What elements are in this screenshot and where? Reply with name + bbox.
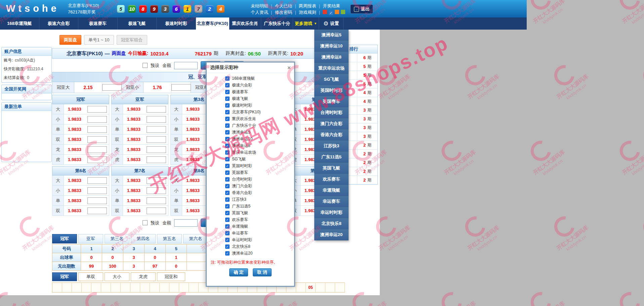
stats-tab[interactable]: 第六名 (183, 234, 208, 243)
dropdown-game-item[interactable]: 澳洲幸运8 (314, 52, 349, 63)
dropdown-game-item[interactable]: 香港六合彩 (314, 129, 349, 141)
dropdown-game-item[interactable]: 幸运赛车 (314, 196, 349, 207)
bet-amount-input[interactable] (147, 136, 166, 143)
lottery-option[interactable]: ✓澳洲幸运20 (207, 250, 294, 257)
amount-input[interactable] (174, 62, 198, 69)
checked-checkbox-icon[interactable]: ✓ (225, 197, 230, 202)
link-biweekly-report[interactable]: 两周报表 (299, 3, 316, 9)
dropdown-game-item[interactable]: 英国赛车 (314, 96, 349, 107)
dropdown-game-item[interactable]: 广东11选5 (314, 152, 349, 163)
bet-amount-input[interactable] (87, 197, 107, 204)
logout-button[interactable]: → 退出 (350, 4, 373, 14)
lottery-option[interactable]: ✓幸运时时彩 (207, 236, 294, 243)
lottery-option[interactable]: ✓广东快乐十分 (207, 122, 294, 129)
checked-checkbox-icon[interactable]: ✓ (225, 177, 230, 182)
stats-tab[interactable]: 亚军 (78, 234, 103, 243)
lottery-option[interactable]: ✓欢乐赛车 (207, 216, 294, 223)
dropdown-game-item[interactable]: 北京快乐8 (314, 218, 349, 229)
stats-tab[interactable]: 第四名 (131, 234, 156, 243)
lottery-option[interactable]: ✓重庆欢乐生肖 (207, 115, 294, 122)
checked-checkbox-icon[interactable]: ✓ (225, 211, 230, 215)
nav-tab-chongqing-shengxiao[interactable]: 重庆欢乐生肖 (229, 17, 261, 30)
stats-tab[interactable]: 第五名 (157, 234, 182, 243)
bet-amount-input[interactable] (147, 116, 166, 123)
lottery-option[interactable]: ✓江苏快3 (207, 196, 294, 203)
roadmap-tab[interactable]: 龙虎 (131, 272, 156, 281)
nav-tab-guangdong-kuaile[interactable]: 广东快乐十分 (261, 17, 293, 30)
bet-amount-input[interactable] (87, 146, 107, 153)
amount-input[interactable] (174, 219, 198, 227)
modal-confirm-button[interactable]: 确 定 (229, 268, 248, 276)
bet-amount-input[interactable] (147, 146, 166, 153)
roadmap-tab[interactable]: 冠军 (52, 272, 77, 281)
bet-amount-input[interactable] (102, 84, 122, 91)
tab-champion-combo[interactable]: 冠亚军组合 (117, 35, 147, 45)
preset-checkbox[interactable] (143, 63, 148, 68)
bet-amount-input[interactable] (147, 126, 166, 133)
dropdown-game-item[interactable]: 欢乐赛车 (314, 174, 349, 185)
lottery-option[interactable]: ✓英国赛车 (207, 169, 294, 176)
lottery-option[interactable]: ✓英国飞艇 (207, 209, 294, 216)
roadmap-tab[interactable]: 冠亚和 (157, 272, 185, 281)
checked-checkbox-icon[interactable]: ✓ (225, 117, 230, 121)
lottery-option[interactable]: ✓168幸運飛艇 (207, 75, 294, 82)
dropdown-game-item[interactable]: 幸运时时彩 (314, 207, 349, 218)
preset-checkbox[interactable] (143, 220, 148, 225)
dropdown-game-item[interactable]: SG飞艇 (314, 74, 349, 85)
checked-checkbox-icon[interactable]: ✓ (225, 144, 230, 148)
checked-checkbox-icon[interactable]: ✓ (225, 170, 230, 175)
dropdown-game-item[interactable]: 英国飞艇 (314, 163, 349, 174)
link-draw-results[interactable]: 开奖结果 (323, 3, 340, 9)
lottery-option[interactable]: ✓极速飞艇 (207, 95, 294, 102)
checked-checkbox-icon[interactable]: ✓ (225, 164, 230, 168)
lottery-option[interactable]: ✓香港六合彩 (207, 189, 294, 196)
bet-amount-input[interactable] (87, 156, 107, 163)
nav-more-games[interactable]: 更多游戏 ▼ (293, 17, 319, 30)
checked-checkbox-icon[interactable]: ✓ (225, 123, 230, 128)
lottery-option[interactable]: ✓极速六合彩 (207, 82, 294, 88)
link-unsettled[interactable]: 未结明细 (251, 3, 268, 9)
link-game-rules[interactable]: 游戏规则 (299, 9, 316, 15)
checked-checkbox-icon[interactable]: ✓ (225, 103, 230, 108)
lottery-option[interactable]: ✓英国时时彩 (207, 162, 294, 169)
tab-single-1-10[interactable]: 单号1 ~ 10 (84, 35, 114, 45)
checked-checkbox-icon[interactable]: ✓ (225, 157, 230, 161)
checked-checkbox-icon[interactable]: ✓ (225, 218, 230, 222)
lottery-option[interactable]: ✓幸运赛车 (207, 230, 294, 236)
bet-amount-input[interactable] (87, 116, 107, 123)
checked-checkbox-icon[interactable]: ✓ (225, 83, 230, 87)
modal-cancel-button[interactable]: 取 消 (253, 268, 272, 276)
theme-color-swatch[interactable] (323, 10, 327, 14)
lottery-option[interactable]: ✓台湾时时彩 (207, 176, 294, 183)
stats-tab[interactable]: 冠军 (52, 234, 77, 243)
checked-checkbox-icon[interactable]: ✓ (225, 150, 230, 155)
link-change-password[interactable]: 修改密码 (275, 9, 292, 15)
latest-bets-panel[interactable]: 最新注单 (1, 102, 52, 162)
link-settled-today[interactable]: 今天已结 (275, 3, 292, 9)
lottery-option[interactable]: ✓极速时时彩 (207, 102, 294, 109)
bet-amount-input[interactable] (147, 207, 166, 214)
theme-color-swatch[interactable] (341, 10, 345, 14)
nav-tab-jisu-saiche[interactable]: 极速赛车 (78, 17, 118, 30)
bet-amount-input[interactable] (87, 106, 107, 113)
dropdown-game-item[interactable]: 英国时时彩 (314, 85, 349, 96)
dropdown-game-item[interactable]: 澳洲幸运10 (314, 41, 349, 52)
nav-tab-beijing-pk10-active[interactable]: 北京赛车(PK10) (196, 17, 229, 30)
bet-amount-input[interactable] (147, 177, 166, 184)
dropdown-game-item[interactable]: 澳门六合彩 (314, 118, 349, 129)
theme-color-swatch-selected[interactable]: ✓ (329, 11, 333, 15)
bet-amount-input[interactable] (87, 136, 107, 143)
bet-amount-input[interactable] (87, 126, 107, 133)
bet-amount-input[interactable] (87, 207, 107, 214)
national-draws-panel[interactable]: 全国开奖网 (1, 85, 52, 100)
lottery-option[interactable]: ✓重庆幸运农场 (207, 149, 294, 156)
dropdown-game-item[interactable]: 台湾时时彩 (314, 107, 349, 118)
checked-checkbox-icon[interactable]: ✓ (225, 130, 230, 135)
tab-two-sides[interactable]: 两面盘 (59, 35, 81, 45)
lottery-option[interactable]: ✓澳门六合彩 (207, 183, 294, 189)
bet-amount-input[interactable] (87, 187, 107, 194)
checked-checkbox-icon[interactable]: ✓ (225, 90, 230, 94)
nav-tab-168-feiting[interactable]: 168幸運飛艇 (0, 17, 39, 30)
lottery-option[interactable]: ✓北京快乐8 (207, 243, 294, 250)
lottery-option[interactable]: ✓极速赛车 (207, 88, 294, 95)
